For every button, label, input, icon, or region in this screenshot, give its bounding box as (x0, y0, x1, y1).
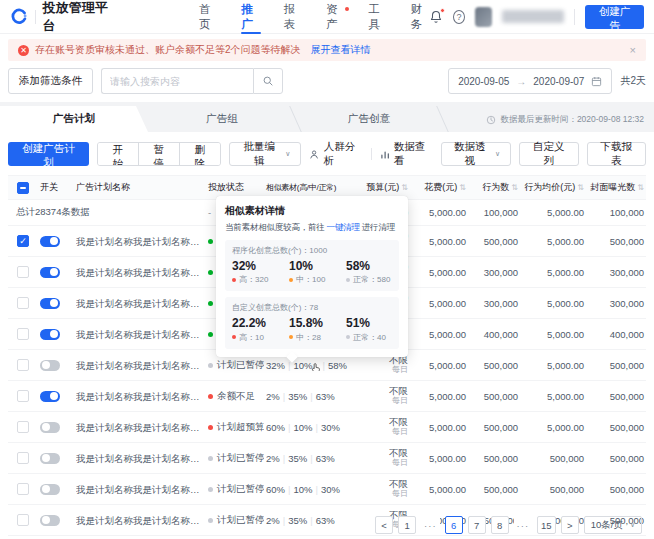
start-button[interactable]: 开始 (98, 143, 139, 165)
similar-material-cell[interactable]: 60%|10%|30% (264, 422, 348, 433)
row-toggle[interactable] (40, 360, 60, 371)
nav-item-报表[interactable]: 报表 (284, 0, 302, 34)
nav-item-资产[interactable]: 资产 (326, 0, 344, 34)
row-toggle[interactable] (40, 515, 60, 526)
delete-button[interactable]: 删除 (180, 143, 220, 165)
toggle-knob (50, 299, 58, 307)
page-button-8[interactable]: 8 (491, 516, 509, 534)
row-checkbox[interactable] (17, 483, 29, 495)
row-toggle[interactable] (40, 422, 60, 433)
prev-page-button[interactable]: < (375, 516, 393, 534)
nav-item-首页[interactable]: 首页 (199, 0, 217, 34)
row-checkbox[interactable] (17, 297, 29, 309)
toggle-knob (42, 423, 50, 431)
row-checkbox[interactable] (17, 452, 29, 464)
page-size-select[interactable]: 10条/页∨ (584, 516, 642, 534)
avatar[interactable] (475, 7, 492, 27)
notification-bell-icon[interactable] (429, 10, 443, 24)
data-view-button[interactable]: 数据查看 (380, 140, 433, 168)
page-button-6[interactable]: 6 (445, 516, 463, 534)
batch-edit-dropdown[interactable]: 批量编辑∨ (229, 142, 301, 166)
budget-cell: 不限每日 (389, 386, 408, 406)
stat-percent: 10% (289, 259, 335, 273)
plan-name: 我是计划名称我是计划名称我是计划名称 (76, 257, 204, 288)
similar-material-cell[interactable]: 2%|35%|63% (264, 453, 348, 464)
status-dot (208, 456, 213, 461)
stat-legend: 高：10 (232, 332, 278, 343)
person-icon (309, 149, 319, 160)
row-toggle[interactable] (40, 236, 60, 247)
col-actions: 行为数⇅ (468, 181, 520, 194)
help-icon[interactable]: ? (453, 10, 465, 24)
stat-percent: 15.8% (289, 316, 335, 330)
row-checkbox[interactable] (17, 421, 29, 433)
chevron-down-icon: ∨ (495, 150, 500, 158)
status-label: 计划超预算 (217, 421, 264, 434)
nav-item-推广[interactable]: 推广 (241, 0, 259, 34)
row-checkbox[interactable] (17, 390, 29, 402)
custom-columns-button[interactable]: 自定义列 (519, 142, 579, 166)
alert-expand-link[interactable]: 展开查看详情 (311, 43, 371, 57)
add-filter-button[interactable]: 添加筛选条件 (8, 68, 93, 94)
legend-text: 中：100 (296, 274, 325, 285)
row-checkbox[interactable] (17, 266, 29, 278)
col-budget: 预算(元)⇅ (348, 181, 410, 194)
row-toggle[interactable] (40, 484, 60, 495)
similar-material-cell[interactable]: 2%|35%|63% (264, 515, 348, 526)
row-checkbox[interactable]: ✓ (17, 235, 29, 247)
legend-dot (346, 278, 350, 282)
sort-icon[interactable]: ⇅ (637, 183, 644, 192)
nav-item-财务[interactable]: 财务 (411, 0, 429, 34)
col-similar-material: 相似素材(高/中/正常) (264, 182, 348, 193)
alert-close-icon[interactable]: × (630, 44, 636, 56)
cover-expo-cell: 300,000 (586, 267, 646, 278)
data-pivot-dropdown[interactable]: 数据透视∨ (441, 142, 511, 166)
legend-text: 高：320 (239, 274, 268, 285)
row-toggle[interactable] (40, 329, 60, 340)
tab-广告计划[interactable]: 广告计划 (0, 106, 148, 132)
stat-legend: 正常：580 (346, 274, 392, 285)
search-icon[interactable] (253, 68, 283, 94)
divider: | (283, 391, 285, 402)
col-cover-expo: 封面曝光数⇅ (586, 181, 646, 194)
nav-item-工具[interactable]: 工具 (368, 0, 386, 34)
toggle-knob (50, 330, 58, 338)
sim-value: 58% (328, 360, 347, 371)
similar-material-cell[interactable]: 2%|35%|63% (264, 391, 348, 402)
similar-material-cell[interactable]: 60%|10%|30% (264, 484, 348, 495)
select-all-checkbox[interactable] (17, 182, 29, 194)
main-nav: 首页推广报表资产工具财务 (199, 0, 429, 34)
date-range-picker[interactable]: 2020-09-05 → 2020-09-07 (448, 68, 612, 94)
similar-material-cell[interactable]: 32%|10%|58% (264, 359, 348, 371)
download-report-button[interactable]: 下载报表 (587, 142, 647, 166)
sim-value: 35% (288, 391, 307, 402)
sort-icon[interactable]: ⇅ (401, 183, 408, 192)
sort-icon[interactable]: ⇅ (577, 183, 584, 192)
next-page-button[interactable]: > (561, 516, 579, 534)
tab-广告创意[interactable]: 广告创意 (295, 106, 443, 132)
sort-icon[interactable]: ⇅ (459, 183, 466, 192)
avg-price-cell: 5,000.00 (520, 422, 586, 433)
sim-value: 60% (266, 422, 285, 433)
page-button-15[interactable]: 15 (537, 516, 556, 534)
row-toggle[interactable] (40, 391, 60, 402)
pause-button[interactable]: 暂停 (139, 143, 180, 165)
search-input[interactable] (101, 68, 253, 94)
page-button-7[interactable]: 7 (468, 516, 486, 534)
create-ad-button[interactable]: 创建广告 (585, 5, 644, 29)
page-button-1[interactable]: 1 (398, 516, 416, 534)
row-toggle[interactable] (40, 453, 60, 464)
row-checkbox[interactable] (17, 328, 29, 340)
row-checkbox[interactable] (17, 359, 29, 371)
sim-value: 63% (316, 453, 335, 464)
row-toggle[interactable] (40, 298, 60, 309)
plan-name: 我是计划名称我是计划名称我是计划名称 (76, 226, 204, 257)
create-plan-button[interactable]: 创建广告计划 (8, 142, 89, 166)
notification-badge (440, 8, 445, 13)
row-checkbox[interactable] (17, 514, 29, 526)
tab-广告组[interactable]: 广告组 (148, 106, 296, 132)
one-click-clean-link[interactable]: 一键清理 (327, 222, 360, 232)
audience-analysis-button[interactable]: 人群分析 (309, 140, 362, 168)
sort-icon[interactable]: ⇅ (511, 183, 518, 192)
row-toggle[interactable] (40, 267, 60, 278)
